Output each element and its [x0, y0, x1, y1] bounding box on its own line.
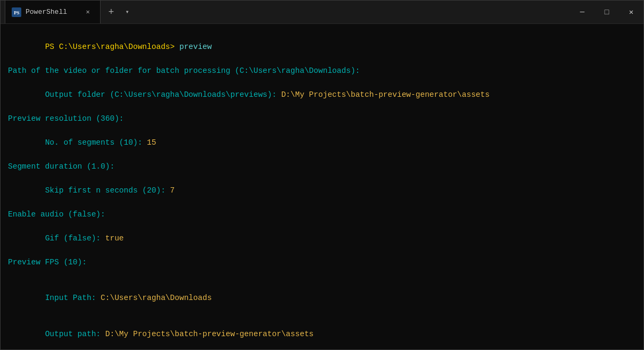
- terminal-line: Output folder (C:\Users\ragha\Downloads\…: [8, 77, 636, 113]
- svg-text:PS: PS: [14, 10, 20, 15]
- terminal-line: Preview resolution (360):: [8, 113, 636, 124]
- tab-close-button[interactable]: ✕: [82, 6, 94, 18]
- terminal-line: Path of the video or folder for batch pr…: [8, 65, 636, 77]
- terminal-body[interactable]: PS C:\Users\ragha\Downloads> preview Pat…: [1, 24, 643, 349]
- tab-dropdown-button[interactable]: ▾: [120, 5, 135, 20]
- terminal-line: Gif (false): true: [8, 221, 636, 256]
- terminal-line: Output path: D:\My Projects\batch-previe…: [8, 316, 636, 349]
- terminal-line: Preview FPS (10):: [8, 256, 636, 268]
- close-button[interactable]: ✕: [619, 1, 643, 24]
- tab-area: PS PowerShell ✕ + ▾: [5, 1, 570, 23]
- terminal-line: Input Path: C:\Users\ragha\Downloads: [8, 280, 636, 316]
- powershell-tab[interactable]: PS PowerShell ✕: [5, 1, 101, 23]
- terminal-line: No. of segments (10): 15: [8, 125, 636, 161]
- terminal-line: [8, 268, 636, 280]
- new-tab-button[interactable]: +: [103, 4, 120, 21]
- maximize-button[interactable]: □: [595, 1, 619, 24]
- terminal-line: Segment duration (1.0):: [8, 161, 636, 172]
- titlebar: PS PowerShell ✕ + ▾ ─ □ ✕: [1, 1, 643, 24]
- terminal-line: Enable audio (false):: [8, 209, 636, 220]
- terminal-line: Skip first n seconds (20): 7: [8, 173, 636, 209]
- terminal-content: PS C:\Users\ragha\Downloads> preview Pat…: [8, 29, 636, 349]
- minimize-button[interactable]: ─: [570, 1, 595, 24]
- ps-icon: PS: [12, 7, 21, 17]
- terminal-line: PS C:\Users\ragha\Downloads> preview: [8, 29, 636, 65]
- tab-title-label: PowerShell: [26, 8, 78, 16]
- window-controls: ─ □ ✕: [570, 1, 643, 23]
- powershell-window: PS PowerShell ✕ + ▾ ─ □ ✕ PS C:\Users\ra…: [0, 0, 644, 350]
